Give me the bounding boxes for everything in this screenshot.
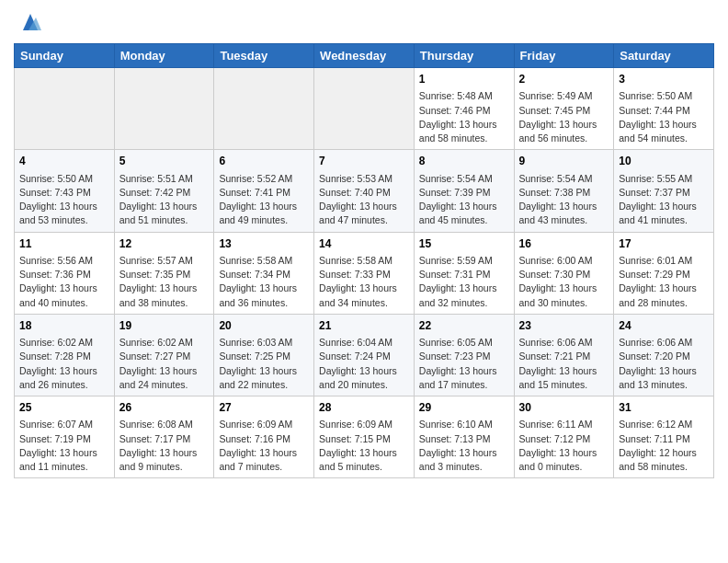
day-number: 15	[419, 236, 509, 252]
day-number: 5	[119, 154, 210, 169]
day-info: Sunrise: 5:58 AMSunset: 7:33 PMDaylight:…	[319, 254, 409, 310]
calendar-day-cell: 26Sunrise: 6:08 AMSunset: 7:17 PMDayligh…	[114, 396, 214, 478]
weekday-header-sunday: Sunday	[15, 44, 115, 68]
calendar-day-cell: 1Sunrise: 5:48 AMSunset: 7:46 PMDaylight…	[414, 68, 514, 150]
calendar-day-cell: 2Sunrise: 5:49 AMSunset: 7:45 PMDaylight…	[514, 68, 614, 150]
day-number: 19	[119, 318, 210, 334]
calendar-day-cell: 19Sunrise: 6:02 AMSunset: 7:27 PMDayligh…	[114, 314, 214, 396]
day-number: 29	[419, 400, 509, 416]
weekday-header-monday: Monday	[114, 44, 214, 68]
day-info: Sunrise: 5:59 AMSunset: 7:31 PMDaylight:…	[419, 254, 509, 310]
calendar-day-cell: 24Sunrise: 6:06 AMSunset: 7:20 PMDayligh…	[614, 314, 714, 396]
day-info: Sunrise: 6:10 AMSunset: 7:13 PMDaylight:…	[419, 418, 509, 474]
day-info: Sunrise: 6:05 AMSunset: 7:23 PMDaylight:…	[419, 336, 509, 392]
calendar-day-cell: 13Sunrise: 5:58 AMSunset: 7:34 PMDayligh…	[214, 232, 314, 314]
calendar-day-cell: 9Sunrise: 5:54 AMSunset: 7:38 PMDaylight…	[514, 150, 614, 232]
day-number: 28	[319, 400, 409, 416]
day-info: Sunrise: 5:50 AMSunset: 7:43 PMDaylight:…	[19, 172, 109, 228]
day-number: 10	[619, 154, 709, 169]
calendar-day-cell: 12Sunrise: 5:57 AMSunset: 7:35 PMDayligh…	[114, 232, 214, 314]
day-number: 26	[119, 400, 210, 416]
day-number: 3	[619, 72, 709, 87]
calendar-day-cell: 4Sunrise: 5:50 AMSunset: 7:43 PMDaylight…	[15, 150, 115, 232]
day-info: Sunrise: 5:49 AMSunset: 7:45 PMDaylight:…	[519, 89, 609, 145]
calendar-day-cell: 25Sunrise: 6:07 AMSunset: 7:19 PMDayligh…	[15, 396, 115, 478]
day-number: 27	[219, 400, 309, 416]
day-info: Sunrise: 6:03 AMSunset: 7:25 PMDaylight:…	[219, 336, 309, 392]
day-number: 25	[19, 400, 109, 416]
day-info: Sunrise: 6:06 AMSunset: 7:20 PMDaylight:…	[619, 336, 709, 392]
day-number: 23	[519, 318, 609, 334]
day-number: 18	[19, 318, 109, 334]
calendar-day-cell: 22Sunrise: 6:05 AMSunset: 7:23 PMDayligh…	[414, 314, 514, 396]
day-info: Sunrise: 5:50 AMSunset: 7:44 PMDaylight:…	[619, 89, 709, 145]
day-info: Sunrise: 6:02 AMSunset: 7:27 PMDaylight:…	[119, 336, 210, 392]
day-info: Sunrise: 5:52 AMSunset: 7:41 PMDaylight:…	[219, 172, 309, 228]
calendar-day-cell: 8Sunrise: 5:54 AMSunset: 7:39 PMDaylight…	[414, 150, 514, 232]
calendar-day-cell: 15Sunrise: 5:59 AMSunset: 7:31 PMDayligh…	[414, 232, 514, 314]
day-info: Sunrise: 6:00 AMSunset: 7:30 PMDaylight:…	[519, 254, 609, 310]
calendar-day-cell: 23Sunrise: 6:06 AMSunset: 7:21 PMDayligh…	[514, 314, 614, 396]
calendar-day-cell: 30Sunrise: 6:11 AMSunset: 7:12 PMDayligh…	[514, 396, 614, 478]
day-info: Sunrise: 5:58 AMSunset: 7:34 PMDaylight:…	[219, 254, 309, 310]
calendar-week-row: 1Sunrise: 5:48 AMSunset: 7:46 PMDaylight…	[15, 68, 714, 150]
calendar-day-cell	[15, 68, 115, 150]
day-info: Sunrise: 6:09 AMSunset: 7:16 PMDaylight:…	[219, 418, 309, 474]
calendar-day-cell	[214, 68, 314, 150]
day-info: Sunrise: 5:53 AMSunset: 7:40 PMDaylight:…	[319, 172, 409, 228]
day-info: Sunrise: 6:04 AMSunset: 7:24 PMDaylight:…	[319, 336, 409, 392]
calendar-day-cell	[314, 68, 415, 150]
calendar-day-cell: 7Sunrise: 5:53 AMSunset: 7:40 PMDaylight…	[314, 150, 415, 232]
day-number: 31	[619, 400, 709, 416]
day-number: 16	[519, 236, 609, 252]
day-info: Sunrise: 5:57 AMSunset: 7:35 PMDaylight:…	[119, 254, 210, 310]
day-info: Sunrise: 6:09 AMSunset: 7:15 PMDaylight:…	[319, 418, 409, 474]
page-header	[14, 9, 714, 36]
day-info: Sunrise: 5:54 AMSunset: 7:39 PMDaylight:…	[419, 172, 509, 228]
calendar-day-cell: 6Sunrise: 5:52 AMSunset: 7:41 PMDaylight…	[214, 150, 314, 232]
calendar-day-cell: 5Sunrise: 5:51 AMSunset: 7:42 PMDaylight…	[114, 150, 214, 232]
day-number: 8	[419, 154, 509, 169]
day-number: 22	[419, 318, 509, 334]
calendar-day-cell: 11Sunrise: 5:56 AMSunset: 7:36 PMDayligh…	[15, 232, 115, 314]
day-info: Sunrise: 6:12 AMSunset: 7:11 PMDaylight:…	[619, 418, 709, 474]
calendar-table: SundayMondayTuesdayWednesdayThursdayFrid…	[14, 43, 714, 478]
weekday-header-thursday: Thursday	[414, 44, 514, 68]
day-number: 30	[519, 400, 609, 416]
calendar-day-cell: 31Sunrise: 6:12 AMSunset: 7:11 PMDayligh…	[614, 396, 714, 478]
day-number: 24	[619, 318, 709, 334]
day-info: Sunrise: 5:48 AMSunset: 7:46 PMDaylight:…	[419, 89, 509, 145]
day-number: 17	[619, 236, 709, 252]
day-info: Sunrise: 6:07 AMSunset: 7:19 PMDaylight:…	[19, 418, 109, 474]
day-info: Sunrise: 6:11 AMSunset: 7:12 PMDaylight:…	[519, 418, 609, 474]
day-number: 14	[319, 236, 409, 252]
day-number: 20	[219, 318, 309, 334]
weekday-header-friday: Friday	[514, 44, 614, 68]
day-number: 9	[519, 154, 609, 169]
calendar-day-cell: 18Sunrise: 6:02 AMSunset: 7:28 PMDayligh…	[15, 314, 115, 396]
calendar-day-cell	[114, 68, 214, 150]
calendar-day-cell: 21Sunrise: 6:04 AMSunset: 7:24 PMDayligh…	[314, 314, 415, 396]
logo	[14, 14, 43, 36]
day-info: Sunrise: 5:54 AMSunset: 7:38 PMDaylight:…	[519, 172, 609, 228]
day-number: 6	[219, 154, 309, 169]
day-info: Sunrise: 5:51 AMSunset: 7:42 PMDaylight:…	[119, 172, 210, 228]
calendar-day-cell: 17Sunrise: 6:01 AMSunset: 7:29 PMDayligh…	[614, 232, 714, 314]
logo-icon	[17, 10, 43, 36]
weekday-header-wednesday: Wednesday	[314, 44, 415, 68]
day-number: 7	[319, 154, 409, 169]
calendar-day-cell: 29Sunrise: 6:10 AMSunset: 7:13 PMDayligh…	[414, 396, 514, 478]
day-info: Sunrise: 5:55 AMSunset: 7:37 PMDaylight:…	[619, 172, 709, 228]
day-number: 1	[419, 72, 509, 87]
weekday-header-tuesday: Tuesday	[214, 44, 314, 68]
calendar-day-cell: 28Sunrise: 6:09 AMSunset: 7:15 PMDayligh…	[314, 396, 415, 478]
day-info: Sunrise: 5:56 AMSunset: 7:36 PMDaylight:…	[19, 254, 109, 310]
calendar-day-cell: 20Sunrise: 6:03 AMSunset: 7:25 PMDayligh…	[214, 314, 314, 396]
day-info: Sunrise: 6:08 AMSunset: 7:17 PMDaylight:…	[119, 418, 210, 474]
calendar-week-row: 4Sunrise: 5:50 AMSunset: 7:43 PMDaylight…	[15, 150, 714, 232]
calendar-header-row: SundayMondayTuesdayWednesdayThursdayFrid…	[15, 44, 714, 68]
calendar-day-cell: 14Sunrise: 5:58 AMSunset: 7:33 PMDayligh…	[314, 232, 415, 314]
calendar-day-cell: 3Sunrise: 5:50 AMSunset: 7:44 PMDaylight…	[614, 68, 714, 150]
day-number: 21	[319, 318, 409, 334]
calendar-week-row: 11Sunrise: 5:56 AMSunset: 7:36 PMDayligh…	[15, 232, 714, 314]
